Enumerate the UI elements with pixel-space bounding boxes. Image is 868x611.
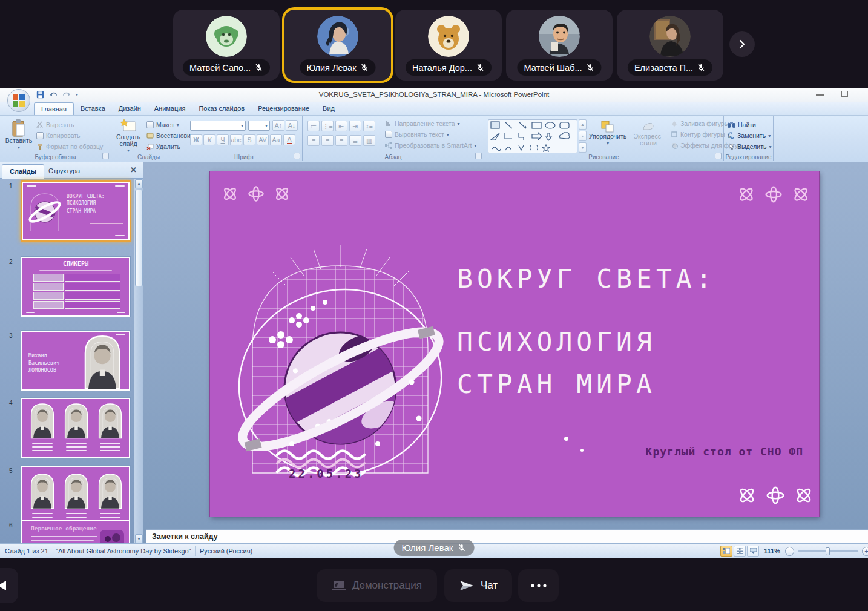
align-left-button[interactable]: ≡ <box>307 135 320 146</box>
shapes-gallery[interactable] <box>488 119 577 153</box>
participant-tile-active-speaker[interactable]: Юлия Левак <box>284 10 391 81</box>
notes-pane[interactable]: Заметки к слайду <box>146 529 868 543</box>
chat-button[interactable]: Чат <box>444 569 512 602</box>
shrink-font-button[interactable]: A↓ <box>286 120 298 131</box>
change-case-button[interactable]: Aa <box>270 134 282 145</box>
grow-font-button[interactable]: A↑ <box>272 120 284 131</box>
format-painter-button[interactable]: Формат по образцу <box>36 143 103 150</box>
font-name-select[interactable]: ▾ <box>190 121 246 131</box>
slide-canvas[interactable]: ВОКРУГ СВЕТА: ПСИХОЛОГИЯ СТРАН МИРА 22.0… <box>210 171 819 517</box>
font-dialog-launcher[interactable] <box>294 153 300 159</box>
tab-design[interactable]: Дизайн <box>112 102 148 115</box>
panel-close-icon[interactable]: ✕ <box>130 165 137 174</box>
office-button[interactable] <box>7 89 30 112</box>
underline-button[interactable]: Ч <box>217 134 229 145</box>
new-slide-button[interactable]: Создать слайд▾ <box>114 119 143 154</box>
panel-tab-slides[interactable]: Слайды <box>2 164 44 179</box>
paragraph-dialog-launcher[interactable] <box>475 153 482 159</box>
align-center-button[interactable]: ≡ <box>321 135 334 146</box>
find-button[interactable]: Найти <box>728 121 756 128</box>
tab-slideshow[interactable]: Показ слайдов <box>192 102 251 115</box>
italic-button[interactable]: К <box>203 134 215 145</box>
font-size-select[interactable]: ▾ <box>248 121 270 131</box>
tab-view[interactable]: Вид <box>316 102 341 115</box>
tab-review[interactable]: Рецензирование <box>251 102 316 115</box>
slide-thumbnail-4[interactable] <box>21 397 131 458</box>
maximize-button[interactable] <box>841 91 848 97</box>
participant-tile[interactable]: Матвей Шаб... <box>506 10 613 81</box>
status-language[interactable]: Русский (Россия) <box>200 544 252 558</box>
justify-button[interactable]: ≣ <box>349 135 361 146</box>
scrollbar-thumb[interactable] <box>135 190 143 286</box>
shapes-scroll-up[interactable]: ▲ <box>579 119 587 130</box>
shapes-scroll-mid[interactable]: ▪ <box>579 131 587 141</box>
zoom-in-button[interactable]: + <box>862 547 868 556</box>
cut-button[interactable]: Вырезать <box>36 121 74 128</box>
shape-outline-button[interactable]: Контур фигуры▾ <box>671 131 729 138</box>
clipboard-dialog-launcher[interactable] <box>102 153 109 159</box>
zoom-slider-thumb[interactable] <box>826 547 830 555</box>
shadow-button[interactable]: S <box>243 134 255 145</box>
layout-icon <box>146 121 154 128</box>
next-participants-button[interactable] <box>729 31 755 57</box>
increase-indent-button[interactable]: ⇥ <box>349 121 361 131</box>
atom-decor-top-left <box>221 185 291 203</box>
quick-styles-button[interactable]: Экспресс-стили <box>628 120 668 147</box>
more-options-button[interactable] <box>518 569 559 602</box>
avatar <box>539 16 580 57</box>
drawing-dialog-launcher[interactable] <box>715 153 722 159</box>
minimize-button[interactable] <box>816 94 824 96</box>
zoom-level[interactable]: 111% <box>764 544 780 558</box>
numbering-button[interactable]: ⋮≡ <box>321 121 334 131</box>
smartart-button[interactable]: Преобразовать в SmartArt▾ <box>385 142 476 149</box>
tab-home[interactable]: Главная <box>34 102 74 115</box>
text-direction-button[interactable]: Направление текста▾ <box>385 120 460 127</box>
bullets-button[interactable]: ≔ <box>307 121 320 131</box>
tab-insert[interactable]: Вставка <box>74 102 112 115</box>
scroll-down-icon[interactable]: ▼ <box>135 534 143 543</box>
slide-thumbnail-5[interactable] <box>21 465 131 526</box>
view-slideshow-button[interactable] <box>747 546 759 557</box>
decrease-indent-button[interactable]: ⇤ <box>335 121 347 131</box>
participant-name-pill: Наталья Дор... <box>406 59 492 76</box>
copy-button[interactable]: Копировать <box>36 132 81 139</box>
delete-slide-button[interactable]: Удалить <box>146 143 180 150</box>
align-right-button[interactable]: ≡ <box>335 135 347 146</box>
edge-partial-button[interactable] <box>0 568 18 603</box>
slide-thumbnail-3[interactable]: Михаил Васильевич ЛОМОНОСОВ <box>21 330 131 391</box>
align-text-button[interactable]: Выровнять текст▾ <box>385 131 449 138</box>
panel-tabs: Слайды Структура ✕ <box>0 162 143 179</box>
panel-scrollbar[interactable]: ▲ ▼ <box>134 179 143 543</box>
zoom-out-button[interactable]: – <box>785 547 794 556</box>
slide-thumbnail-6[interactable]: Первичное обращение <box>21 520 131 543</box>
char-spacing-button[interactable]: AV <box>257 134 269 145</box>
thumb-number: 4 <box>9 400 13 406</box>
slide-thumbnail-2[interactable]: СПИКЕРЫ <box>21 256 131 317</box>
meeting-bottom-bar: Юлия Левак Демонстрация Чат <box>0 558 868 611</box>
participant-tile[interactable]: Наталья Дор... <box>395 10 502 81</box>
arrange-button[interactable]: Упорядочить▾ <box>588 120 627 147</box>
participant-tile[interactable]: Елизавета П... <box>617 10 723 81</box>
slide-thumbnail-1[interactable]: ВОКРУГ СВЕТА: ПСИХОЛОГИЯ СТРАН МИРА <box>21 180 131 242</box>
columns-button[interactable]: ▥ <box>363 135 375 146</box>
thumb-number: 3 <box>9 332 13 339</box>
layout-button[interactable]: Макет▾ <box>146 121 179 128</box>
line-spacing-button[interactable]: ↕≡ <box>363 121 375 131</box>
group-label: Редактирование <box>724 154 773 160</box>
bold-button[interactable]: Ж <box>190 134 202 145</box>
participant-tile[interactable]: Матвей Сапо... <box>173 10 280 81</box>
shapes-scroll-down[interactable]: ▼ <box>579 142 587 153</box>
shapes-icons <box>488 120 577 153</box>
paste-button[interactable]: Вставить▾ <box>5 119 33 151</box>
panel-tab-outline[interactable]: Структура <box>41 164 87 179</box>
tab-animations[interactable]: Анимация <box>148 102 192 115</box>
svg-text:ab: ab <box>728 135 732 139</box>
strikethrough-button[interactable]: abc <box>230 134 242 145</box>
font-color-button[interactable]: A <box>283 134 295 145</box>
view-normal-button[interactable] <box>720 546 732 557</box>
share-screen-button[interactable]: Демонстрация <box>317 569 437 602</box>
replace-button[interactable]: ab Заменить▾ <box>728 132 771 139</box>
view-sorter-button[interactable] <box>734 546 746 557</box>
select-button[interactable]: Выделить▾ <box>728 143 771 150</box>
scroll-up-icon[interactable]: ▲ <box>135 179 143 188</box>
